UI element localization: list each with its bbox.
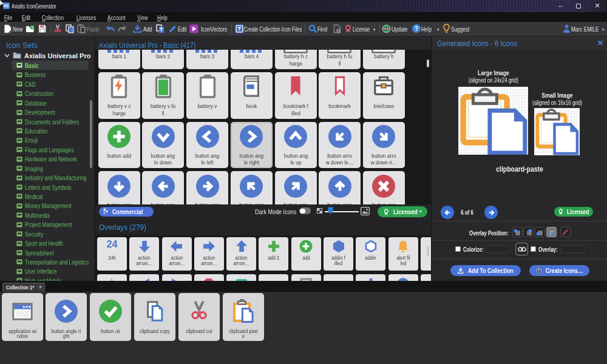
svg-text:i: i [338, 29, 339, 33]
svg-text:?: ? [415, 25, 418, 32]
